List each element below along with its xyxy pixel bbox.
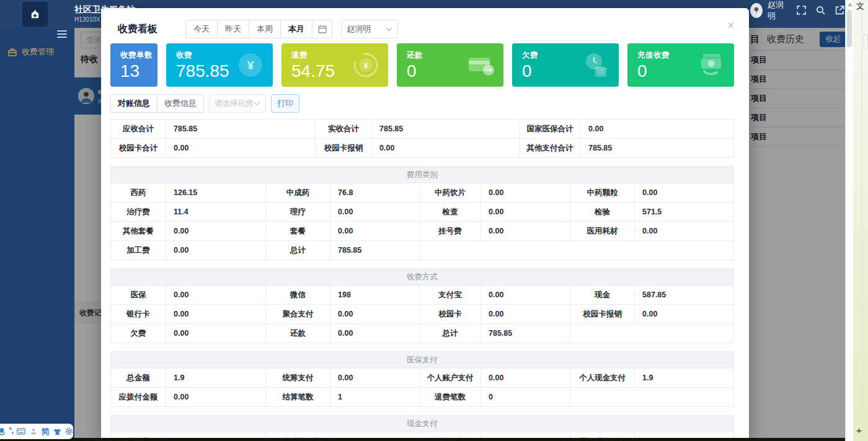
sidebar-item-label: 收费管理 — [22, 46, 54, 58]
stat-value: 76.8 — [330, 183, 420, 202]
sidebar: 收费管理 — [0, 28, 74, 441]
stat-value: 0.00 — [481, 222, 570, 240]
side-window-strip: 文 + — [853, 0, 868, 441]
stat-label: 个人现金支付 — [570, 369, 635, 387]
stat-value: 0.00 — [481, 183, 570, 202]
app-logo — [22, 2, 48, 27]
date-filter-0[interactable]: 今天 — [185, 20, 218, 38]
info-tab-1[interactable]: 收费信息 — [157, 94, 204, 113]
date-filter-1[interactable]: 昨天 — [218, 20, 249, 38]
stat-card-4: 欠费0 — [512, 43, 619, 87]
stat-value: 198 — [330, 286, 420, 304]
summary-table: 应收合计785.85实收合计785.85国家医保合计0.00校园卡合计0.00校… — [110, 119, 734, 158]
stat-value: 785.85 — [481, 324, 570, 343]
user-mode-icon[interactable] — [29, 427, 37, 437]
side-strip-top-char: 文 — [856, 1, 864, 12]
stat-label: 结算笔数 — [266, 388, 330, 406]
summary-row: 校园卡合计0.00校园卡报销0.00其他支付合计785.85 — [111, 139, 733, 157]
chevron-down-icon — [254, 102, 260, 106]
stat-label: 医用耗材 — [570, 222, 635, 240]
stat-label: 西药 — [111, 183, 166, 202]
menu-collapse-icon[interactable] — [57, 30, 67, 38]
refund-icon: ¥ — [351, 50, 381, 80]
stat-label: 其他支付合计 — [520, 139, 581, 157]
user-name[interactable]: 赵润明 — [768, 0, 787, 22]
stat-label: 校园卡报销 — [570, 305, 635, 323]
clock-coins-icon — [582, 50, 611, 80]
stat-label: 统筹支付 — [266, 369, 330, 387]
section-row: 西药126.15中成药76.8中药饮片0.00中药颗粒0.00 — [111, 183, 733, 203]
section-title: 医保支付 — [111, 352, 733, 369]
side-strip-scrollbar — [864, 34, 867, 49]
pharmacy-select[interactable]: 请选择药房 — [209, 94, 266, 113]
section-1: 收费方式医保0.00微信198支付宝0.00现金587.85银行卡0.00聚合支… — [110, 268, 734, 343]
info-tabs-row: 对账信息收费信息 请选择药房 打印 — [110, 94, 734, 113]
fullscreen-icon[interactable] — [796, 5, 807, 15]
stat-label: 检验 — [570, 203, 635, 221]
info-tab-0[interactable]: 对账信息 — [110, 94, 157, 113]
empty-cell — [570, 324, 731, 343]
stat-value: 785.85 — [581, 139, 731, 157]
stat-label: 应拨付金额 — [111, 388, 166, 406]
section-title: 费用类别 — [111, 167, 733, 183]
stat-label: 实收合计 — [316, 120, 372, 138]
date-filter-3[interactable]: 本月 — [281, 20, 312, 38]
stat-value: 11.4 — [166, 203, 266, 221]
stat-value: 785.85 — [330, 241, 420, 260]
date-filter-2[interactable]: 本周 — [249, 20, 281, 38]
svg-text:¥: ¥ — [363, 61, 368, 70]
operator-select-value: 赵润明 — [347, 24, 371, 35]
chevron-down-icon — [386, 27, 392, 32]
stat-label: 总计 — [420, 324, 481, 343]
stat-value: 0.00 — [166, 388, 266, 406]
stat-value: 571.5 — [635, 203, 731, 221]
sidebar-item-fee-management[interactable]: 收费管理 — [0, 43, 74, 61]
stat-label: 现金 — [570, 286, 635, 304]
stat-value: 0.00 — [481, 286, 570, 304]
print-button[interactable]: 打印 — [271, 94, 299, 113]
stat-label: 套餐 — [266, 222, 330, 240]
stat-label: 个人账户支付 — [420, 369, 481, 387]
section-row: 其他套餐0.00套餐0.00挂号费0.00医用耗材0.00 — [111, 222, 733, 241]
screen: 社区卫生服务站 H13010X 赵润明 — [0, 0, 868, 441]
external-link-icon[interactable] — [835, 5, 845, 15]
stat-label: 总金额 — [111, 369, 166, 387]
section-title: 收费方式 — [111, 269, 733, 286]
stat-label: 欠费 — [111, 324, 166, 343]
stat-value: 0.00 — [330, 222, 420, 240]
gear-icon[interactable] — [65, 427, 73, 437]
stat-value: 0.00 — [330, 305, 420, 323]
operator-select[interactable]: 赵润明 — [341, 20, 398, 38]
stat-label: 加工费 — [111, 241, 166, 260]
stat-value: 0.00 — [330, 203, 420, 221]
section-0: 费用类别西药126.15中成药76.8中药饮片0.00中药颗粒0.00治疗费11… — [110, 166, 734, 260]
stat-label: 退费笔数 — [420, 388, 481, 406]
stat-value: 0.00 — [166, 286, 266, 304]
stat-value: 0.00 — [166, 139, 316, 157]
search-icon[interactable] — [815, 5, 826, 15]
stat-card-2: 退费54.75¥ — [281, 43, 388, 87]
modal-header: 收费看板 今天昨天本周本月 赵润明 — [110, 19, 734, 39]
voice-icon[interactable]: °, — [9, 426, 13, 434]
briefcase-icon — [8, 48, 17, 56]
stat-label: 理疗 — [266, 203, 330, 221]
stat-value: 0 — [481, 388, 570, 406]
keyboard-icon[interactable] — [17, 427, 25, 437]
stat-value: 1 — [330, 388, 420, 406]
scroll-up-arrow-icon[interactable] — [848, 2, 852, 6]
stat-value: 1.9 — [166, 369, 266, 387]
side-strip-plus: + — [856, 425, 862, 435]
hospital-logo-icon — [30, 9, 40, 20]
user-avatar[interactable] — [750, 3, 763, 18]
stat-card-label: 收费单数 — [120, 50, 157, 61]
scrollbar-thumb[interactable] — [847, 10, 852, 47]
skin-icon[interactable] — [53, 427, 61, 437]
calendar-icon[interactable] — [312, 20, 332, 38]
empty-cell — [420, 241, 731, 260]
stat-card-5: 充值收费0 — [627, 43, 734, 87]
mic-icon[interactable] — [0, 427, 5, 437]
section-row: 银行卡0.00聚合支付0.00校园卡0.00校园卡报销0.00 — [111, 305, 733, 324]
window-scrollbar[interactable] — [845, 0, 853, 441]
ime-toolbar[interactable]: °, 简 — [0, 424, 73, 439]
simplified-chinese-icon[interactable]: 简 — [41, 427, 49, 435]
